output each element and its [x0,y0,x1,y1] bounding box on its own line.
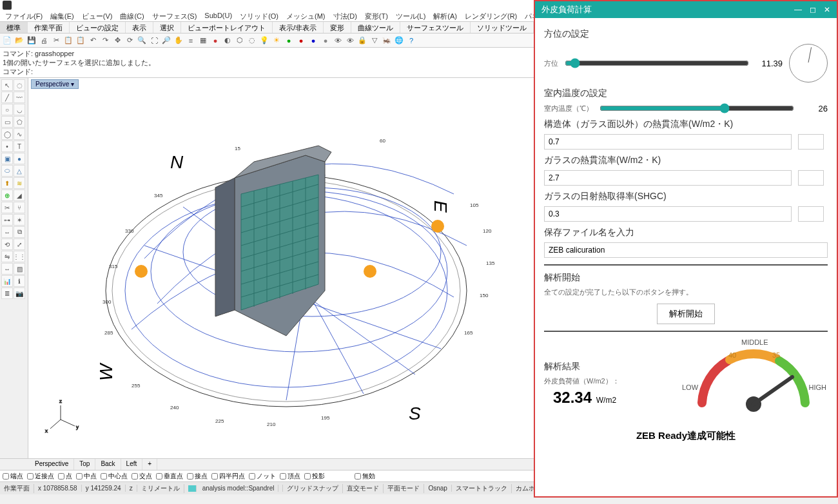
wireframe-icon[interactable]: ⬡ [234,35,246,46]
status-layer[interactable]: analysis model::Spandrel [184,485,284,492]
osnap-int[interactable]: 交点 [132,472,152,481]
trim-icon[interactable]: ✂ [1,202,13,213]
copy-icon[interactable]: 📋 [63,35,74,46]
filename-input[interactable] [544,242,828,258]
vtab-top[interactable]: Top [74,459,95,470]
camera-icon[interactable]: 📷 [14,287,25,299]
layers-icon[interactable]: ≣ [1,287,13,299]
u-glass-input[interactable] [544,170,792,186]
polygon-icon[interactable]: ⬠ [14,116,25,128]
redo-icon[interactable]: ↷ [99,35,111,46]
osnap-mid[interactable]: 中点 [76,472,97,481]
print-icon[interactable]: 🖨 [38,35,50,46]
osnap-disable[interactable]: 無効 [355,472,375,481]
loft-icon[interactable]: ≋ [14,177,25,189]
paste-icon[interactable]: 📋 [75,35,86,46]
tab-curvetool[interactable]: 曲線ツール [351,22,400,33]
hide-icon[interactable]: 👁 [332,35,344,46]
material-icon[interactable]: ● [283,35,295,46]
zoom-icon[interactable]: 🔍 [136,35,148,46]
menu-render[interactable]: レンダリング(R) [461,10,521,21]
shgc-aux[interactable] [798,206,824,222]
osnap-end[interactable]: 端点 [3,472,23,481]
move-icon[interactable]: ✥ [112,35,123,46]
osnap-knot[interactable]: ノット [249,472,276,481]
join-icon[interactable]: ⊶ [1,214,13,226]
menu-subd[interactable]: SubD(U) [200,10,236,21]
tab-viewset[interactable]: ビューの設定 [70,22,126,33]
minimize-icon[interactable]: — [794,5,802,14]
explode-icon[interactable]: ✶ [14,214,25,226]
menu-dim[interactable]: 寸法(D) [329,10,361,21]
close-icon[interactable]: ✕ [824,5,830,14]
shade-icon[interactable]: ◐ [222,35,233,46]
rotate-tool-icon[interactable]: ⟲ [1,238,13,250]
render-icon[interactable]: ● [210,35,221,46]
cone-icon[interactable]: △ [14,165,25,177]
menu-surface[interactable]: サーフェス(S) [148,10,201,21]
osnap-point[interactable]: 点 [58,472,72,481]
text-icon[interactable]: T [14,141,25,152]
sphere2-icon[interactable]: ● [307,35,319,46]
pointer-icon[interactable]: ↖ [1,79,13,91]
menu-tools[interactable]: ツール(L) [392,10,429,21]
temp-slider[interactable] [599,103,794,113]
fillet-icon[interactable]: ◢ [14,189,25,201]
array-icon[interactable]: ⋮⋮ [14,251,25,262]
viewport-label[interactable]: Perspective ▾ [31,79,79,89]
menu-curve[interactable]: 曲線(C) [116,10,148,21]
menu-file[interactable]: ファイル(F) [1,10,46,21]
rotate-icon[interactable]: ⟳ [124,35,135,46]
sphere-icon[interactable]: ● [14,153,25,164]
copy-tool-icon[interactable]: ⧉ [14,226,25,238]
move-tool-icon[interactable]: ↔ [1,226,13,238]
status-cplane[interactable]: 作業平面 [0,484,34,493]
open-icon[interactable]: 📂 [14,35,25,46]
ghosted-icon[interactable]: ◌ [246,35,258,46]
tab-layout[interactable]: ビューポートレイアウト [181,22,273,33]
tab-solidtool[interactable]: ソリッドツール [471,22,534,33]
ellipse-icon[interactable]: ◯ [1,128,13,140]
menu-solid[interactable]: ソリッド(O) [236,10,282,21]
menu-view[interactable]: ビュー(V) [78,10,117,21]
status-planar[interactable]: 平面モード [384,484,424,493]
u-glass-aux[interactable] [798,170,824,186]
arc-icon[interactable]: ◡ [14,104,25,115]
layer-icon[interactable]: ≡ [185,35,197,46]
sun-icon[interactable]: ☀ [271,35,282,46]
analyze-icon[interactable]: 📊 [1,275,13,287]
sphere1-icon[interactable]: ● [295,35,307,46]
osnap-quad[interactable]: 四半円点 [211,472,245,481]
azimuth-slider[interactable] [565,58,749,68]
point-icon[interactable]: • [1,141,13,152]
new-icon[interactable]: 📄 [1,35,13,46]
menu-analyze[interactable]: 解析(A) [429,10,461,21]
tab-showhide[interactable]: 表示/非表示 [273,22,324,33]
osnap-vertex[interactable]: 頂点 [280,472,300,481]
tab-select[interactable]: 選択 [153,22,181,33]
lasso-icon[interactable]: ◌ [14,79,25,91]
light-icon[interactable]: 💡 [258,35,270,46]
extrude-icon[interactable]: ⬆ [1,177,13,189]
vtab-left[interactable]: Left [121,459,143,470]
u-structure-aux[interactable] [798,134,824,150]
hatch-icon[interactable]: ▨ [14,263,25,275]
mirror-icon[interactable]: ⇋ [1,251,13,262]
vtab-add[interactable]: + [142,459,157,470]
pan-icon[interactable]: ✋ [173,35,184,46]
status-smarttrack[interactable]: スマートトラック [452,484,512,493]
zoom-selected-icon[interactable]: 🔎 [161,35,172,46]
grid-icon[interactable]: ▦ [197,35,209,46]
boolean-icon[interactable]: ⊕ [1,189,13,201]
undo-icon[interactable]: ↶ [87,35,99,46]
dim-icon[interactable]: ↔ [1,263,13,275]
menu-mesh[interactable]: メッシュ(M) [282,10,329,21]
vtab-back[interactable]: Back [95,459,121,470]
save-icon[interactable]: 💾 [26,35,37,46]
rect-icon[interactable]: ▭ [1,116,13,128]
u-structure-input[interactable] [544,134,792,150]
osnap-tan[interactable]: 接点 [187,472,208,481]
osnap-center[interactable]: 中心点 [101,472,128,481]
split-icon[interactable]: ⑂ [14,202,25,213]
menu-edit[interactable]: 編集(E) [46,10,78,21]
